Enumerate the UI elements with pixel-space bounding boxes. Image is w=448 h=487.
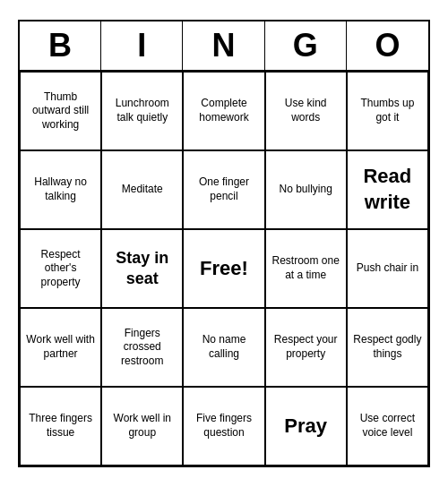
- bingo-cell-22: Five fingers question: [183, 387, 264, 466]
- bingo-cell-21: Work well in group: [101, 387, 183, 466]
- bingo-cell-10: Respect other's property: [20, 229, 101, 308]
- header-letter-n: N: [183, 21, 264, 70]
- bingo-cell-23: Pray: [265, 387, 347, 466]
- header-letter-g: G: [265, 21, 347, 70]
- bingo-cell-6: Meditate: [101, 150, 183, 229]
- bingo-grid: Thumb outward still workingLunchroom tal…: [20, 72, 428, 466]
- bingo-cell-14: Push chair in: [347, 229, 428, 308]
- bingo-cell-24: Use correct voice level: [347, 387, 428, 466]
- bingo-cell-5: Hallway no talking: [20, 150, 101, 229]
- bingo-cell-18: Respect your property: [265, 308, 347, 387]
- bingo-cell-20: Three fingers tissue: [20, 387, 101, 466]
- bingo-cell-4: Thumbs up got it: [347, 72, 428, 150]
- bingo-cell-16: Fingers crossed restroom: [101, 308, 183, 387]
- header-letter-b: B: [20, 21, 101, 70]
- bingo-cell-2: Complete homework: [183, 72, 264, 150]
- header-letter-o: O: [347, 21, 428, 70]
- bingo-cell-8: No bullying: [265, 150, 347, 229]
- bingo-cell-3: Use kind words: [265, 72, 347, 150]
- bingo-cell-9: Read write: [347, 150, 428, 229]
- bingo-cell-7: One finger pencil: [183, 150, 264, 229]
- bingo-cell-11: Stay in seat: [101, 229, 183, 308]
- bingo-cell-0: Thumb outward still working: [20, 72, 101, 150]
- bingo-cell-15: Work well with partner: [20, 308, 101, 387]
- bingo-cell-13: Restroom one at a time: [265, 229, 347, 308]
- bingo-cell-19: Respect godly things: [347, 308, 428, 387]
- bingo-header: BINGO: [20, 21, 428, 72]
- header-letter-i: I: [101, 21, 183, 70]
- bingo-card: BINGO Thumb outward still workingLunchro…: [18, 20, 430, 467]
- bingo-cell-12: Free!: [183, 229, 264, 308]
- bingo-cell-17: No name calling: [183, 308, 264, 387]
- bingo-cell-1: Lunchroom talk quietly: [101, 72, 183, 150]
